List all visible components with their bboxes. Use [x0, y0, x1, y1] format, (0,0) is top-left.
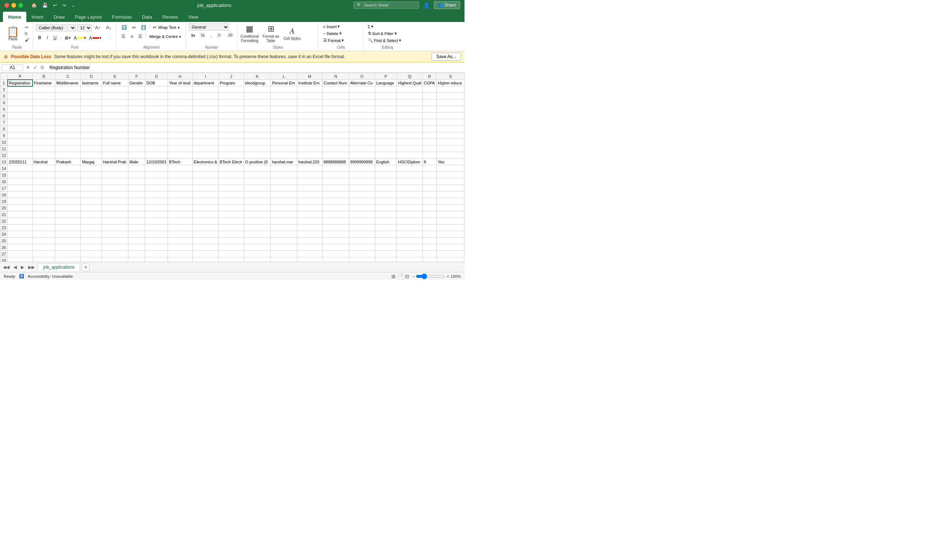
align-left-button[interactable]: ☰ — [119, 32, 128, 41]
cell[interactable] — [55, 152, 81, 159]
cell[interactable] — [244, 191, 271, 198]
cell[interactable] — [55, 185, 81, 191]
cell[interactable] — [244, 86, 271, 93]
col-header-e[interactable]: E — [102, 73, 128, 80]
cell-e1[interactable]: Full name — [102, 80, 128, 86]
cell[interactable] — [102, 191, 128, 198]
cell[interactable] — [271, 225, 297, 231]
cell-k13[interactable]: O positive (0 — [244, 159, 271, 165]
cell[interactable] — [397, 119, 423, 126]
cell[interactable] — [437, 126, 464, 132]
cell[interactable] — [322, 139, 349, 145]
cell[interactable] — [349, 237, 375, 244]
page-layout-view-button[interactable]: 📄 — [397, 274, 403, 279]
cell[interactable] — [297, 205, 322, 211]
cell[interactable] — [8, 231, 32, 237]
cell[interactable] — [168, 86, 192, 93]
normal-view-button[interactable]: ⊞ — [391, 274, 396, 279]
cell[interactable] — [8, 205, 32, 211]
cell[interactable] — [349, 231, 375, 237]
cell[interactable] — [81, 132, 102, 139]
cell[interactable] — [192, 185, 218, 191]
cell[interactable] — [375, 178, 397, 185]
cell[interactable] — [322, 119, 349, 126]
cell[interactable] — [102, 178, 128, 185]
cell[interactable] — [422, 185, 436, 191]
cell[interactable] — [168, 257, 192, 262]
cell[interactable] — [297, 106, 322, 113]
cell[interactable] — [397, 198, 423, 205]
cell[interactable] — [437, 218, 464, 225]
cell[interactable] — [128, 225, 145, 231]
cell[interactable] — [271, 139, 297, 145]
cell[interactable] — [422, 257, 436, 262]
cell[interactable] — [375, 251, 397, 257]
cell[interactable] — [32, 165, 55, 172]
cell[interactable] — [81, 93, 102, 99]
cell[interactable] — [349, 86, 375, 93]
cell[interactable] — [145, 93, 168, 99]
cell[interactable] — [145, 165, 168, 172]
tab-view[interactable]: View — [183, 12, 203, 22]
cell[interactable] — [271, 172, 297, 178]
cell[interactable] — [437, 86, 464, 93]
cell[interactable] — [102, 106, 128, 113]
cell[interactable] — [102, 145, 128, 152]
cell[interactable] — [8, 237, 32, 244]
cell[interactable] — [128, 185, 145, 191]
cell[interactable] — [375, 113, 397, 119]
cell[interactable] — [8, 257, 32, 262]
cell[interactable] — [8, 251, 32, 257]
cell[interactable] — [375, 205, 397, 211]
cell[interactable] — [422, 211, 436, 218]
cell[interactable] — [55, 126, 81, 132]
cell-g1[interactable]: DOB — [145, 80, 168, 86]
cell[interactable] — [55, 93, 81, 99]
cell[interactable] — [55, 211, 81, 218]
cell[interactable] — [32, 132, 55, 139]
cell[interactable] — [322, 218, 349, 225]
cell[interactable] — [218, 257, 244, 262]
col-header-r[interactable]: R — [422, 73, 436, 80]
cell[interactable] — [128, 218, 145, 225]
cell[interactable] — [128, 205, 145, 211]
col-header-a[interactable]: A — [8, 73, 32, 80]
cell[interactable] — [168, 231, 192, 237]
cell[interactable] — [322, 185, 349, 191]
cell[interactable] — [397, 237, 423, 244]
cell[interactable] — [218, 191, 244, 198]
cell[interactable] — [145, 132, 168, 139]
cell[interactable] — [218, 231, 244, 237]
cell-r1[interactable]: CGPA — [422, 80, 436, 86]
col-header-q[interactable]: Q — [397, 73, 423, 80]
cell[interactable] — [322, 244, 349, 251]
cell[interactable] — [437, 191, 464, 198]
cell[interactable] — [375, 198, 397, 205]
cell[interactable] — [145, 126, 168, 132]
cell[interactable] — [8, 218, 32, 225]
last-sheet-button[interactable]: ▶▶ — [27, 264, 36, 271]
cell[interactable] — [422, 251, 436, 257]
cell-s13[interactable]: Yes — [437, 159, 464, 165]
cell-n13[interactable]: 8888888888 — [322, 159, 349, 165]
cell[interactable] — [349, 145, 375, 152]
cell[interactable] — [168, 119, 192, 126]
redo-icon[interactable]: ↪ — [62, 3, 66, 8]
cell-f1[interactable]: Gender — [128, 80, 145, 86]
cell[interactable] — [349, 99, 375, 106]
cell[interactable] — [397, 257, 423, 262]
cell[interactable] — [8, 152, 32, 159]
cell[interactable] — [145, 145, 168, 152]
add-sheet-button[interactable]: + — [81, 263, 90, 271]
cell[interactable] — [32, 251, 55, 257]
cell-g13[interactable]: 12/10/2001 — [145, 159, 168, 165]
cell-o1[interactable]: Alternate Co — [349, 80, 375, 86]
col-header-d[interactable]: D — [81, 73, 102, 80]
cell[interactable] — [271, 237, 297, 244]
cell[interactable] — [145, 244, 168, 251]
cell-c1[interactable]: Middlename — [55, 80, 81, 86]
cell[interactable] — [397, 113, 423, 119]
cell[interactable] — [322, 198, 349, 205]
cell[interactable] — [244, 139, 271, 145]
cell[interactable] — [102, 119, 128, 126]
